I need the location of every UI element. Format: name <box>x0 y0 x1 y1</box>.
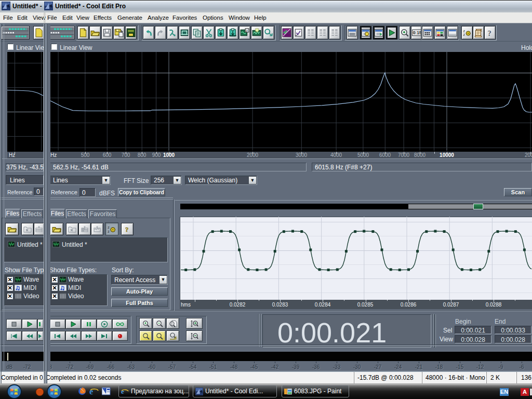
svg-text:e: e <box>121 388 124 395</box>
svg-text:e: e <box>89 387 93 396</box>
